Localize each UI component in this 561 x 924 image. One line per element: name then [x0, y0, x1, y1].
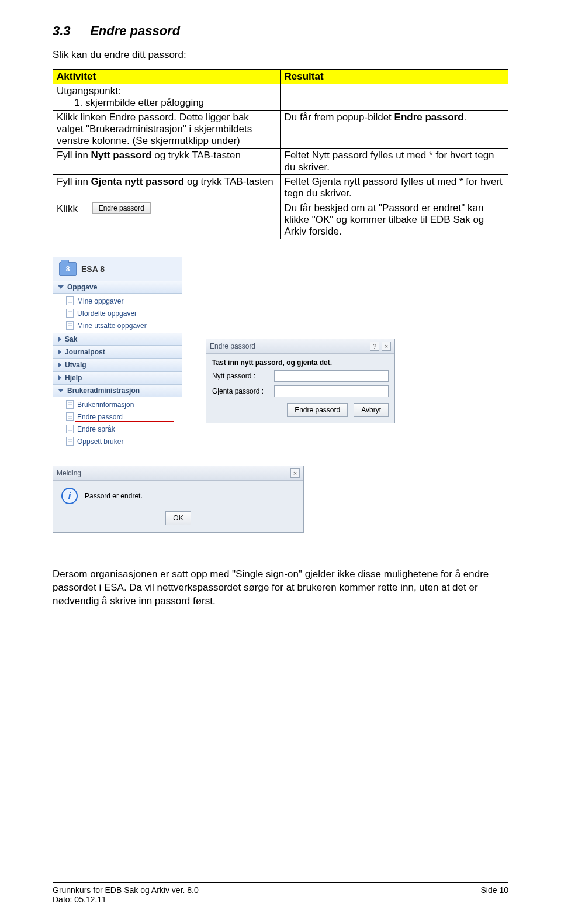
- endre-passord-dialog: Endre passord ? × Tast inn nytt passord,…: [206, 339, 395, 423]
- folder-icon: 8: [59, 262, 77, 276]
- dialog-title: Melding: [57, 469, 81, 477]
- sidebar-item[interactable]: Mine oppgaver: [53, 295, 182, 307]
- heading-number: 3.3: [53, 23, 86, 39]
- dialog-prompt: Tast inn nytt passord, og gjenta det.: [212, 358, 389, 367]
- sidebar-section-header[interactable]: Journalpost: [53, 346, 182, 358]
- section-heading: 3.3 Endre passord: [53, 23, 508, 39]
- sidebar-section-header[interactable]: Oppgave: [53, 281, 182, 294]
- table-row: Klikk Endre passord Du får beskjed om at…: [53, 201, 508, 239]
- sidebar-item-label: Mine oppgaver: [77, 297, 123, 305]
- cell-text: Du får beskjed om at "Passord er endret"…: [280, 201, 508, 239]
- intro-text: Slik kan du endre ditt passord:: [53, 49, 508, 61]
- sidebar-section-label: Brukeradministrasjon: [67, 387, 140, 395]
- document-icon: [66, 296, 74, 305]
- sidebar-item[interactable]: Brukerinformasjon: [53, 398, 182, 411]
- label-repeat-password: Gjenta passord :: [212, 387, 271, 395]
- melding-dialog: Melding × i Passord er endret. OK: [53, 466, 304, 533]
- table-row: Klikk linken Endre passord. Dette ligger…: [53, 111, 508, 149]
- document-icon: [66, 437, 74, 446]
- table-row: Utgangspunkt: 1. skjermbilde etter pålog…: [53, 84, 508, 111]
- cell-text: Fyll inn Gjenta nytt passord og trykk TA…: [53, 175, 281, 201]
- sidebar-section-header[interactable]: Sak: [53, 333, 182, 346]
- chevron-down-icon: [58, 389, 64, 392]
- dialog-titlebar: Melding ×: [53, 466, 303, 481]
- document-icon: [66, 412, 74, 421]
- close-icon[interactable]: ×: [290, 468, 300, 478]
- sidebar-section-header[interactable]: Brukeradministrasjon: [53, 384, 182, 397]
- heading-title: Endre passord: [90, 23, 180, 38]
- sidebar-section-label: Utvalg: [65, 361, 86, 369]
- highlight-underline: [75, 421, 174, 422]
- ok-button[interactable]: OK: [165, 511, 191, 525]
- app-header: 8 ESA 8: [53, 257, 182, 281]
- list-item: 1. skjermbilde etter pålogging: [57, 97, 277, 109]
- col-header-resultat: Resultat: [280, 70, 508, 84]
- cell-text: Du får frem popup-bildet Endre passord.: [280, 111, 508, 149]
- sidebar-item[interactable]: Oppsett bruker: [53, 435, 182, 447]
- repeat-password-input[interactable]: [274, 385, 389, 397]
- sidebar-item[interactable]: Endre språk: [53, 423, 182, 435]
- sidebar-item[interactable]: Ufordelte oppgaver: [53, 307, 182, 319]
- footer-page-number: Side 10: [481, 885, 508, 904]
- sidebar-item[interactable]: Mine utsatte oppgaver: [53, 319, 182, 332]
- sidebar-item-label: Oppsett bruker: [77, 437, 123, 446]
- cell-text: Feltet Gjenta nytt passord fylles ut med…: [280, 175, 508, 201]
- endre-passord-inline-button: Endre passord: [92, 202, 151, 214]
- sidebar-item[interactable]: Endre passord: [53, 411, 182, 423]
- sidebar-section-label: Oppgave: [67, 283, 97, 291]
- sidebar-item-label: Endre språk: [77, 425, 115, 433]
- cell-text: Klikk linken Endre passord. Dette ligger…: [53, 111, 281, 149]
- chevron-right-icon: [58, 375, 61, 381]
- table-row: Fyll inn Gjenta nytt passord og trykk TA…: [53, 175, 508, 201]
- closing-paragraph: Dersom organisasjonen er satt opp med "S…: [53, 568, 508, 608]
- document-icon: [66, 321, 74, 330]
- endre-passord-button[interactable]: Endre passord: [287, 403, 348, 417]
- footer-left-line1: Grunnkurs for EDB Sak og Arkiv ver. 8.0: [53, 885, 199, 895]
- sidebar-item-label: Mine utsatte oppgaver: [77, 322, 147, 330]
- chevron-right-icon: [58, 349, 61, 355]
- cell-text: Fyll inn Nytt passord og trykk TAB-taste…: [53, 149, 281, 175]
- label-new-password: Nytt passord :: [212, 372, 271, 380]
- footer-left-line2: Dato: 05.12.11: [53, 895, 199, 904]
- cell-text: [280, 84, 508, 111]
- document-icon: [66, 309, 74, 318]
- col-header-aktivitet: Aktivitet: [53, 70, 281, 84]
- cell-text: Klikk Endre passord: [53, 201, 281, 239]
- new-password-input[interactable]: [274, 370, 389, 382]
- sidebar-item-label: Brukerinformasjon: [77, 401, 134, 409]
- table-row: Fyll inn Nytt passord og trykk TAB-taste…: [53, 149, 508, 175]
- sidebar-section-label: Sak: [65, 335, 77, 343]
- sidebar-item-label: Ufordelte oppgaver: [77, 309, 137, 318]
- document-icon: [66, 425, 74, 433]
- chevron-down-icon: [58, 285, 64, 289]
- dialog-title: Endre passord: [210, 342, 255, 350]
- info-icon: i: [61, 488, 78, 504]
- chevron-right-icon: [58, 362, 61, 368]
- sidebar-section-header[interactable]: Utvalg: [53, 358, 182, 371]
- melding-text: Passord er endret.: [85, 492, 143, 500]
- sidebar-item-label: Endre passord: [77, 413, 123, 421]
- cell-text: Utgangspunkt:: [57, 85, 277, 97]
- activity-table: Aktivitet Resultat Utgangspunkt: 1. skje…: [53, 69, 508, 239]
- dialog-titlebar: Endre passord ? ×: [206, 339, 394, 354]
- sidebar-section-header[interactable]: Hjelp: [53, 371, 182, 384]
- document-icon: [66, 400, 74, 409]
- help-icon[interactable]: ?: [370, 342, 379, 351]
- sidebar-section-label: Hjelp: [65, 374, 82, 382]
- app-title: ESA 8: [81, 264, 105, 274]
- cell-text: Feltet Nytt passord fylles ut med * for …: [280, 149, 508, 175]
- sidebar-screenshot: 8 ESA 8 OppgaveMine oppgaverUfordelte op…: [53, 257, 182, 449]
- close-icon[interactable]: ×: [382, 342, 391, 351]
- sidebar-section-label: Journalpost: [65, 348, 105, 356]
- avbryt-button[interactable]: Avbryt: [354, 403, 389, 417]
- chevron-right-icon: [58, 336, 61, 342]
- page-footer: Grunnkurs for EDB Sak og Arkiv ver. 8.0 …: [53, 882, 508, 904]
